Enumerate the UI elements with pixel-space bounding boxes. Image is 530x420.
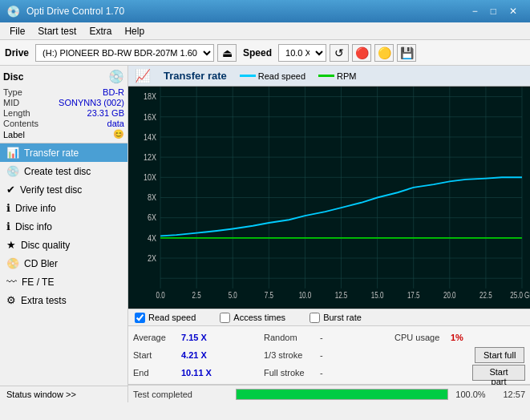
progress-percentage: 100.0% bbox=[455, 390, 487, 399]
status-text: Test completed bbox=[133, 390, 229, 399]
checkbox-burst-rate-label: Burst rate bbox=[323, 313, 362, 322]
stats-row-start: Start 4.21 X 1/3 stroke - Start full bbox=[133, 346, 525, 364]
sidebar-item-fe-te[interactable]: 〰 FE / TE bbox=[0, 273, 127, 291]
svg-text:7.5: 7.5 bbox=[265, 292, 273, 301]
svg-text:14X: 14X bbox=[144, 132, 156, 142]
close-button[interactable]: ✕ bbox=[503, 4, 524, 18]
disc-panel: Disc 💿 Type BD-R MID SONYNN3 (002) Lengt… bbox=[0, 66, 127, 143]
verify-test-disc-icon: ✔ bbox=[6, 184, 15, 196]
menu-item-help[interactable]: Help bbox=[118, 24, 151, 38]
menu-item-file[interactable]: File bbox=[3, 24, 31, 38]
average-value: 7.15 X bbox=[181, 333, 221, 342]
checkbox-burst-rate[interactable]: Burst rate bbox=[310, 313, 362, 323]
sidebar-item-label: FE / TE bbox=[22, 277, 54, 288]
stat-full-stroke: Full stroke - bbox=[264, 368, 394, 378]
menu-item-start-test[interactable]: Start test bbox=[31, 24, 83, 38]
svg-text:20.0: 20.0 bbox=[443, 292, 456, 301]
refresh-button[interactable]: ↺ bbox=[330, 44, 349, 62]
type-label: Type bbox=[3, 87, 22, 97]
cpu-label: CPU usage bbox=[394, 333, 451, 342]
sidebar-item-transfer-rate[interactable]: 📊 Transfer rate bbox=[0, 143, 127, 162]
svg-text:2X: 2X bbox=[148, 253, 156, 263]
menu-item-extra[interactable]: Extra bbox=[83, 24, 118, 38]
disc-label-label: Label bbox=[3, 130, 25, 139]
svg-text:6X: 6X bbox=[148, 212, 156, 222]
sidebar-item-create-test-disc[interactable]: 💿 Create test disc bbox=[0, 162, 127, 180]
stat-end: End 10.11 X bbox=[133, 368, 264, 378]
cpu-value: 1% bbox=[451, 333, 491, 342]
sidebar-item-cd-bler[interactable]: 📀 CD Bler bbox=[0, 254, 127, 273]
cd-bler-icon: 📀 bbox=[6, 257, 19, 269]
sidebar-item-label: Drive info bbox=[15, 203, 56, 214]
1-3-stroke-value: - bbox=[320, 350, 344, 360]
svg-text:25.0 GB: 25.0 GB bbox=[510, 292, 530, 301]
legend-read-speed-color bbox=[240, 75, 256, 77]
maximize-button[interactable]: □ bbox=[484, 4, 503, 18]
checkbox-read-speed[interactable]: Read speed bbox=[135, 313, 196, 323]
end-label: End bbox=[133, 368, 181, 378]
svg-text:18X: 18X bbox=[144, 91, 156, 101]
svg-text:4X: 4X bbox=[148, 233, 156, 243]
svg-text:15.0: 15.0 bbox=[371, 292, 384, 301]
svg-text:2.5: 2.5 bbox=[192, 292, 201, 301]
drive-select[interactable]: (H:) PIONEER BD-RW BDR-207M 1.60 bbox=[35, 44, 214, 62]
disc-label-icon: 😊 bbox=[113, 129, 124, 139]
sidebar: Disc 💿 Type BD-R MID SONYNN3 (002) Lengt… bbox=[0, 66, 128, 402]
status-window-button[interactable]: Status window >> bbox=[0, 386, 127, 402]
checkbox-row: Read speed Access times Burst rate bbox=[128, 309, 530, 326]
toolbar: Drive (H:) PIONEER BD-RW BDR-207M 1.60 ⏏… bbox=[0, 40, 530, 66]
svg-text:17.5: 17.5 bbox=[407, 292, 420, 301]
eject-button[interactable]: ⏏ bbox=[217, 44, 237, 62]
sidebar-item-extra-tests[interactable]: ⚙ Extra tests bbox=[0, 291, 127, 309]
checkbox-access-times-label: Access times bbox=[233, 313, 285, 322]
start-value: 4.21 X bbox=[181, 350, 221, 360]
checkbox-burst-rate-input[interactable] bbox=[310, 313, 320, 323]
sidebar-item-verify-test-disc[interactable]: ✔ Verify test disc bbox=[0, 180, 127, 199]
checkbox-access-times[interactable]: Access times bbox=[220, 313, 285, 323]
sidebar-item-label: Create test disc bbox=[24, 166, 91, 177]
random-label: Random bbox=[264, 333, 320, 342]
start-full-button[interactable]: Start full bbox=[475, 347, 524, 363]
disc-panel-title: Disc bbox=[3, 71, 23, 83]
progress-bar-fill bbox=[237, 390, 447, 399]
speed-select[interactable]: 10.0 X Max 4.0 X 6.0 X 8.0 X 12.0 X bbox=[278, 44, 326, 62]
svg-text:12.5: 12.5 bbox=[335, 292, 348, 301]
sidebar-item-drive-info[interactable]: ℹ Drive info bbox=[0, 199, 127, 217]
drive-info-icon: ℹ bbox=[6, 202, 10, 214]
legend-read-speed-label: Read speed bbox=[258, 71, 305, 81]
stat-start: Start 4.21 X bbox=[133, 350, 264, 360]
random-value: - bbox=[320, 333, 344, 342]
app-title: Opti Drive Control 1.70 bbox=[26, 6, 466, 17]
progress-bar-container bbox=[236, 389, 448, 400]
svg-text:16X: 16X bbox=[144, 112, 156, 122]
settings-button2[interactable]: 🟡 bbox=[374, 44, 394, 62]
legend-rpm-color bbox=[318, 75, 334, 77]
app-icon: 💿 bbox=[6, 5, 20, 18]
stat-1-3-stroke: 1/3 stroke - bbox=[264, 350, 394, 360]
save-button[interactable]: 💾 bbox=[397, 44, 416, 62]
start-part-button[interactable]: Start part bbox=[472, 365, 525, 381]
average-label: Average bbox=[133, 333, 181, 342]
chart-area: 18X 16X 14X 12X 10X 8X 6X 4X 2X 0.0 2.5 … bbox=[128, 87, 530, 309]
stat-average: Average 7.15 X bbox=[133, 333, 264, 342]
checkbox-access-times-input[interactable] bbox=[220, 313, 230, 323]
settings-button1[interactable]: 🔴 bbox=[352, 44, 371, 62]
sidebar-item-disc-info[interactable]: ℹ Disc info bbox=[0, 217, 127, 236]
checkbox-read-speed-input[interactable] bbox=[135, 313, 145, 323]
minimize-button[interactable]: − bbox=[466, 4, 484, 18]
stat-cpu: CPU usage 1% bbox=[394, 333, 525, 342]
svg-text:22.5: 22.5 bbox=[479, 292, 492, 301]
full-stroke-value: - bbox=[320, 368, 344, 378]
sidebar-item-label: Extra tests bbox=[21, 295, 67, 306]
sidebar-item-disc-quality[interactable]: ★ Disc quality bbox=[0, 236, 127, 254]
menubar: FileStart testExtraHelp bbox=[0, 22, 530, 40]
svg-text:8X: 8X bbox=[148, 192, 156, 202]
extra-tests-icon: ⚙ bbox=[6, 294, 16, 306]
length-label: Length bbox=[3, 108, 30, 118]
svg-text:10.0: 10.0 bbox=[299, 292, 312, 301]
stats-area: Average 7.15 X Random - CPU usage 1% Sta… bbox=[128, 326, 530, 385]
titlebar: 💿 Opti Drive Control 1.70 − □ ✕ bbox=[0, 0, 530, 22]
drive-label: Drive bbox=[5, 47, 29, 59]
sidebar-item-label: CD Bler bbox=[24, 258, 58, 269]
stat-random: Random - bbox=[264, 333, 394, 342]
